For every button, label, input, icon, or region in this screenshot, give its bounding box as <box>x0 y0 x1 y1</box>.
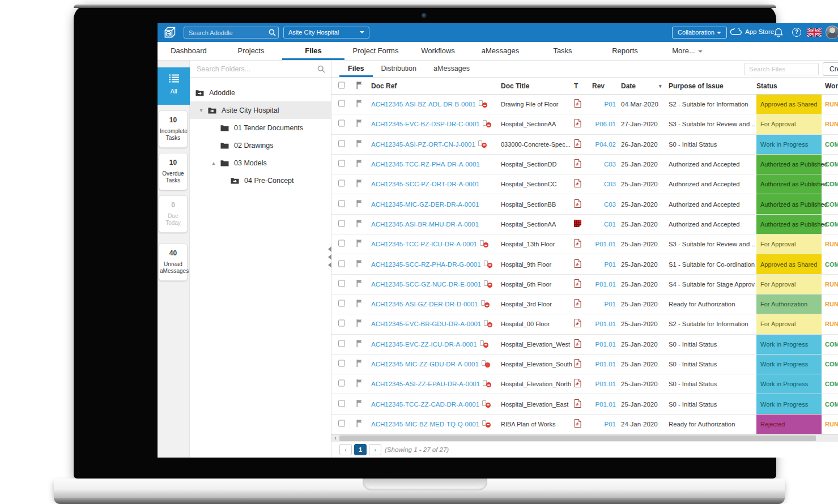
expand-arrow-icon[interactable] <box>197 107 206 113</box>
table-row[interactable]: ACH12345-MIC-ZZ-GDU-DR-A-0001 Hospital_E… <box>331 354 838 374</box>
app-store-button[interactable]: App Store <box>730 28 774 35</box>
revision-link[interactable]: C03 <box>581 201 616 208</box>
nav-item[interactable]: Files <box>282 42 344 60</box>
col-rev[interactable]: Rev <box>581 82 616 90</box>
doc-ref-link[interactable]: ACH12345-TCC-PZ-ICU-DR-A-0001 <box>371 241 477 247</box>
row-checkbox[interactable] <box>338 220 345 227</box>
flag-icon[interactable] <box>356 259 363 267</box>
revision-link[interactable]: P01.01 <box>581 241 616 247</box>
row-checkbox[interactable] <box>338 340 345 347</box>
page-number-button[interactable]: 1 <box>354 444 367 455</box>
horizontal-scrollbar[interactable]: ‹ <box>331 434 838 442</box>
revision-link[interactable]: P01.01 <box>581 321 616 327</box>
row-checkbox[interactable] <box>338 100 345 107</box>
select-all-checkbox[interactable] <box>338 82 345 88</box>
doc-ref-link[interactable]: ACH12345-ASI-GZ-DER-DR-D-0001 <box>371 301 478 307</box>
col-date[interactable]: Date <box>621 82 636 90</box>
doc-ref-link[interactable]: ACH12345-EVC-BZ-DSP-DR-C-0001 <box>371 121 480 127</box>
revision-link[interactable]: C01 <box>581 221 616 228</box>
revision-link[interactable]: P01.01 <box>581 341 616 348</box>
flag-icon[interactable] <box>356 360 363 368</box>
doc-ref-link[interactable]: ACH12345-ASI-BZ-ADL-DR-B-0001 <box>371 101 476 108</box>
revision-link[interactable]: P04.02 <box>581 141 616 148</box>
table-row[interactable]: ACH12345-SCC-PZ-ORT-DR-A-0001 Hospital_S… <box>331 174 838 194</box>
flag-icon[interactable] <box>356 160 363 168</box>
table-row[interactable]: ACH12345-ASI-ZZ-EPAU-DR-A-0001 Hospital_… <box>331 374 838 394</box>
col-purpose[interactable]: Purpose of Issue <box>669 82 755 90</box>
revision-link[interactable]: P06.01 <box>581 121 616 127</box>
row-checkbox[interactable] <box>338 120 345 127</box>
prev-page-button[interactable]: ‹ <box>339 444 352 455</box>
col-doc-title[interactable]: Doc Title <box>501 82 577 90</box>
doc-ref-link[interactable]: ACH12345-TCC-RZ-PHA-DR-A-0001 <box>371 161 480 168</box>
doc-ref-link[interactable]: ACH12345-SCC-RZ-PHA-DR-G-0001 <box>371 261 481 268</box>
row-checkbox[interactable] <box>338 360 345 367</box>
project-selector-dropdown[interactable]: Asite City Hospital <box>283 27 369 39</box>
notifications-bell-icon[interactable] <box>774 28 783 37</box>
row-checkbox[interactable] <box>338 240 345 247</box>
table-row[interactable]: ACH12345-ASI-PZ-ORT-CN-J-0001 033000-Con… <box>331 135 838 155</box>
revision-link[interactable]: P01.01 <box>581 281 616 288</box>
doc-ref-link[interactable]: ACH12345-SCC-GZ-NUC-DR-E-0001 <box>371 281 481 288</box>
table-row[interactable]: ACH12345-ASI-BZ-ADL-DR-B-0001 Drawing Fi… <box>331 95 838 114</box>
table-row[interactable]: ACH12345-TCC-ZZ-CAD-DR-A-0001 Hospital_E… <box>331 394 838 414</box>
table-row[interactable]: ACH12345-TCC-RZ-PHA-DR-A-0001 Hospital_S… <box>331 155 838 174</box>
task-count-card[interactable]: 0 Due Today <box>159 195 188 233</box>
doc-ref-link[interactable]: ACH12345-MIC-BZ-MED-TQ-Q-0001 <box>371 421 479 428</box>
row-checkbox[interactable] <box>338 160 345 167</box>
search-icon[interactable] <box>269 29 276 36</box>
doc-ref-link[interactable]: ACH12345-ASI-ZZ-EPAU-DR-A-0001 <box>371 381 480 387</box>
nav-item[interactable]: Project Forms <box>344 42 407 60</box>
expand-arrow-icon[interactable] <box>209 160 218 166</box>
row-checkbox[interactable] <box>338 380 345 387</box>
nav-item[interactable]: aMessages <box>469 42 531 60</box>
doc-ref-link[interactable]: ACH12345-SCC-PZ-ORT-DR-A-0001 <box>371 181 480 187</box>
nav-item[interactable]: Reports <box>594 42 656 60</box>
flag-icon[interactable] <box>356 180 363 187</box>
table-row[interactable]: ACH12345-SCC-RZ-PHA-DR-G-0001 Hospital_9… <box>331 254 838 274</box>
table-row[interactable]: ACH12345-TCC-PZ-ICU-DR-A-0001 Hospital_1… <box>331 234 838 254</box>
row-checkbox[interactable] <box>338 140 345 147</box>
language-flag-icon[interactable] <box>807 28 822 37</box>
flag-icon[interactable] <box>356 300 363 307</box>
sort-descending-icon[interactable]: ▾ <box>659 83 662 89</box>
table-row[interactable]: ACH12345-ASI-GZ-DER-DR-D-0001 Hospital_3… <box>331 294 838 314</box>
doc-ref-link[interactable]: ACH12345-TCC-ZZ-CAD-DR-A-0001 <box>371 401 479 408</box>
flag-icon[interactable] <box>356 379 363 387</box>
nav-item[interactable]: Workflows <box>407 42 469 60</box>
revision-link[interactable]: C03 <box>581 161 616 168</box>
user-avatar[interactable] <box>826 25 838 39</box>
panel-collapse-handle[interactable] <box>328 244 334 270</box>
doc-ref-link[interactable]: ACH12345-MIC-ZZ-GDU-DR-A-0001 <box>371 361 479 368</box>
folder-search-input[interactable] <box>190 61 331 78</box>
table-row[interactable]: ACH12345-ASI-BR-MHU-DR-A-0001 Hospital_S… <box>331 215 838 234</box>
col-workflow[interactable]: Workflow Status <box>825 82 838 90</box>
flag-icon[interactable] <box>356 339 363 347</box>
table-row[interactable]: ACH12345-EVC-BZ-DSP-DR-C-0001 Hospital_S… <box>331 114 838 134</box>
revision-link[interactable]: C03 <box>581 181 616 187</box>
table-row[interactable]: ACH12345-EVC-ZZ-ICU-DR-A-0001 Hospital_E… <box>331 335 838 354</box>
table-row[interactable]: ACH12345-MIC-BZ-MED-TQ-Q-0001 RIBA Plan … <box>331 415 838 434</box>
row-checkbox[interactable] <box>338 300 345 307</box>
nav-item[interactable]: Projects <box>220 42 282 60</box>
task-count-card[interactable]: 10 Overdue Tasks <box>159 153 188 190</box>
all-filter-tile[interactable]: All <box>158 67 190 105</box>
help-icon[interactable]: ? <box>792 28 801 37</box>
asite-logo-icon[interactable] <box>163 25 177 40</box>
revision-link[interactable]: P01 <box>581 421 616 428</box>
row-checkbox[interactable] <box>338 280 345 287</box>
folder-tree-item[interactable]: 03 Models <box>190 154 331 172</box>
flag-column-icon[interactable] <box>356 81 363 89</box>
revision-link[interactable]: P01.01 <box>581 401 616 408</box>
row-checkbox[interactable] <box>338 400 345 407</box>
revision-link[interactable]: P01 <box>581 261 616 268</box>
nav-item[interactable]: Dashboard <box>158 42 220 60</box>
nav-item[interactable]: More... <box>656 42 718 60</box>
flag-icon[interactable] <box>356 100 363 108</box>
revision-link[interactable]: P01 <box>581 101 616 108</box>
scrollbar-left-arrow[interactable]: ‹ <box>331 435 339 442</box>
global-search-input[interactable] <box>184 27 279 39</box>
create-button[interactable]: Create <box>823 62 838 76</box>
flag-icon[interactable] <box>356 399 363 407</box>
row-checkbox[interactable] <box>338 260 345 267</box>
